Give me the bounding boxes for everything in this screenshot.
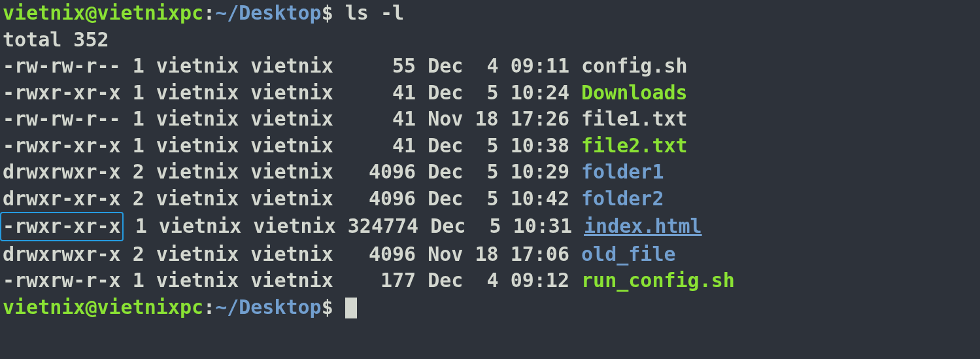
- prompt-at: @: [85, 1, 97, 24]
- total-line: total 352: [3, 27, 977, 54]
- permissions: -rwxr-xr-x: [3, 81, 121, 104]
- permissions: drwxrwxr-x: [3, 243, 121, 265]
- permissions: -rwxrw-r-x: [3, 269, 121, 292]
- file-meta: 1 vietnix vietnix 177 Dec 4 09:12: [121, 269, 581, 292]
- prompt-at: @: [85, 296, 97, 318]
- file-row: drwxr-xr-x 2 vietnix vietnix 4096 Dec 5 …: [3, 186, 977, 213]
- prompt-dollar: $: [322, 1, 333, 24]
- prompt-host: vietnixpc: [97, 1, 204, 24]
- file-name: Downloads: [581, 81, 688, 104]
- file-name: file2.txt: [581, 134, 688, 157]
- file-name: folder1: [581, 160, 664, 183]
- file-row: drwxrwxr-x 2 vietnix vietnix 4096 Nov 18…: [3, 241, 977, 268]
- prompt-host: vietnixpc: [97, 296, 204, 318]
- command-text: [333, 1, 345, 24]
- file-name: index.html: [584, 214, 702, 237]
- prompt-colon: :: [203, 1, 215, 24]
- prompt-user: vietnix: [3, 296, 85, 318]
- file-row: -rwxr-xr-x 1 vietnix vietnix 324774 Dec …: [3, 212, 977, 241]
- file-name: folder2: [581, 187, 664, 210]
- terminal[interactable]: vietnix@vietnixpc:~/Desktop$ ls -l total…: [0, 0, 980, 320]
- file-meta: 2 vietnix vietnix 4096 Dec 5 10:42: [121, 187, 581, 210]
- file-listing: -rw-rw-r-- 1 vietnix vietnix 55 Dec 4 09…: [3, 53, 977, 294]
- permissions: -rwxr-xr-x: [3, 134, 121, 157]
- file-meta: 1 vietnix vietnix 41 Dec 5 10:24: [121, 81, 581, 104]
- file-row: drwxrwxr-x 2 vietnix vietnix 4096 Dec 5 …: [3, 159, 977, 186]
- file-row: -rwxrw-r-x 1 vietnix vietnix 177 Dec 4 0…: [3, 267, 977, 294]
- file-meta: 1 vietnix vietnix 55 Dec 4 09:11: [121, 54, 581, 77]
- file-row: -rw-rw-r-- 1 vietnix vietnix 55 Dec 4 09…: [3, 53, 977, 80]
- file-meta: 1 vietnix vietnix 324774 Dec 5 10:31: [124, 214, 584, 237]
- cursor: [345, 298, 357, 318]
- prompt-path: ~/Desktop: [215, 296, 322, 318]
- prompt-user: vietnix: [3, 1, 85, 24]
- file-meta: 1 vietnix vietnix 41 Dec 5 10:38: [121, 134, 581, 157]
- permissions: -rw-rw-r--: [3, 54, 121, 77]
- command: ls -l: [345, 1, 404, 24]
- file-name: run_config.sh: [581, 269, 735, 292]
- file-row: -rwxr-xr-x 1 vietnix vietnix 41 Dec 5 10…: [3, 80, 977, 107]
- prompt-dollar: $: [322, 296, 333, 318]
- permissions: -rw-rw-r--: [3, 107, 121, 130]
- file-meta: 2 vietnix vietnix 4096 Nov 18 17:06: [121, 243, 581, 265]
- file-name: file1.txt: [581, 107, 688, 130]
- file-meta: 2 vietnix vietnix 4096 Dec 5 10:29: [121, 160, 581, 183]
- prompt-line-2: vietnix@vietnixpc:~/Desktop$: [3, 294, 977, 321]
- permissions: drwxr-xr-x: [3, 187, 121, 210]
- prompt-line-1: vietnix@vietnixpc:~/Desktop$ ls -l: [3, 0, 977, 27]
- file-name: old_file: [581, 243, 676, 265]
- permissions-highlight: -rwxr-xr-x: [0, 212, 124, 241]
- prompt-colon: :: [203, 296, 215, 318]
- file-row: -rwxr-xr-x 1 vietnix vietnix 41 Dec 5 10…: [3, 133, 977, 160]
- permissions: drwxrwxr-x: [3, 160, 121, 183]
- prompt-path: ~/Desktop: [215, 1, 322, 24]
- file-row: -rw-rw-r-- 1 vietnix vietnix 41 Nov 18 1…: [3, 106, 977, 133]
- file-meta: 1 vietnix vietnix 41 Nov 18 17:26: [121, 107, 581, 130]
- file-name: config.sh: [581, 54, 688, 77]
